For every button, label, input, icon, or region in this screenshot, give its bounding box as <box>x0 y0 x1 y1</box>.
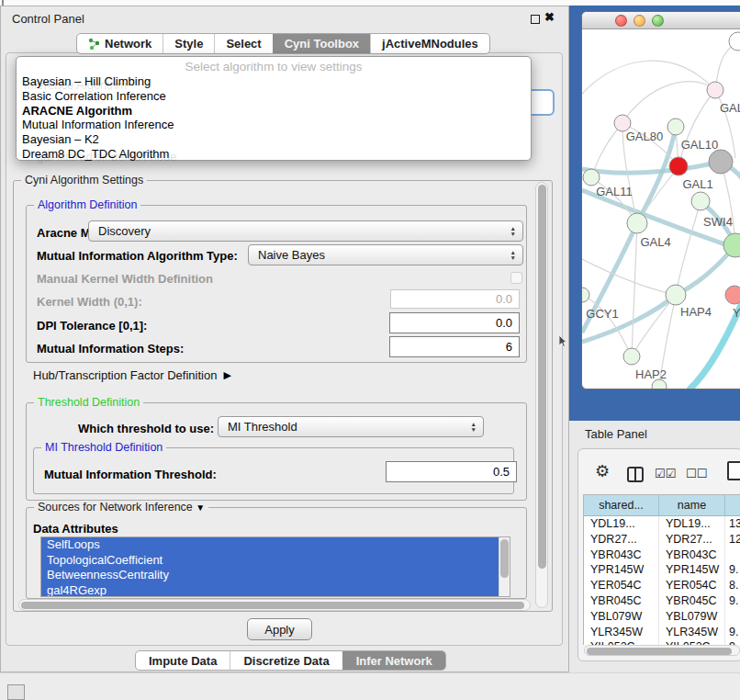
kernel-width-field[interactable]: 0.0 <box>390 289 520 309</box>
network-view-window[interactable]: GALGAL80GAL10GAL1GAL11SWI4GAL4GCY1HAP4YH… <box>581 11 740 390</box>
table-row[interactable]: YBL079WYBL079W <box>584 609 740 625</box>
mouse-cursor <box>559 335 568 348</box>
settings-vertical-scrollbar[interactable] <box>535 182 548 608</box>
mi-steps-label: Mutual Information Steps: <box>37 342 184 356</box>
close-icon[interactable]: ✖ <box>544 10 555 24</box>
node-label-gal11: GAL11 <box>596 185 633 198</box>
node-gal4[interactable] <box>627 213 647 233</box>
dpi-tolerance-field[interactable]: 0.0 <box>389 312 520 333</box>
network-window-titlebar[interactable] <box>582 12 740 29</box>
settings-horizontal-scrollbar[interactable] <box>18 599 531 611</box>
table-row[interactable]: YPR145WYPR145W9. <box>584 562 740 578</box>
table-cell: YLR345W <box>659 625 725 640</box>
new-table-icon[interactable] <box>727 461 740 480</box>
tab-impute-data[interactable]: Impute Data <box>136 651 230 670</box>
mi-type-label: Mutual Information Algorithm Type: <box>37 249 238 263</box>
attribute-list-scrollbar[interactable] <box>499 537 510 596</box>
table-cell: YLR345W <box>584 625 659 640</box>
top-tab-bar: NetworkStyleSelectCyni ToolboxjActiveMNo… <box>76 33 490 54</box>
table-cell: YBR045C <box>584 593 659 609</box>
column-header-3[interactable] <box>725 495 740 516</box>
table-panel-title: Table Panel <box>585 427 647 441</box>
node-table: shared...name YDL19...YDL19...13YDR27...… <box>583 494 740 645</box>
node-gal[interactable] <box>707 82 723 98</box>
node-y[interactable] <box>725 286 740 304</box>
table-row[interactable]: YBR045CYBR045C9. <box>584 593 740 609</box>
network-edge[interactable] <box>582 162 721 173</box>
float-window-icon[interactable] <box>531 15 540 24</box>
which-threshold-select[interactable]: MI Threshold ▲▼ <box>218 416 484 437</box>
table-row[interactable]: YDR27...YDR27...12 <box>584 532 740 548</box>
node-gcy1[interactable] <box>582 288 589 302</box>
mi-type-select[interactable]: Naive Bayes ▲▼ <box>248 244 523 265</box>
mi-threshold-group-title: MI Threshold Definition <box>41 441 166 454</box>
algorithm-option-aracne-algorithm[interactable]: ARACNE Algorithm <box>17 104 531 119</box>
tab-infer-network[interactable]: Infer Network <box>342 651 445 670</box>
mi-steps-field[interactable]: 6 <box>389 336 520 357</box>
network-edge[interactable] <box>582 61 715 94</box>
table-cell: YDL19... <box>584 516 659 532</box>
table-row[interactable]: YER054CYER054C8. <box>584 578 740 593</box>
attribute-selfloops[interactable]: SelfLoops <box>41 537 499 553</box>
split-columns-icon[interactable] <box>627 467 644 482</box>
column-header-shared[interactable]: shared... <box>584 495 659 516</box>
which-threshold-label: Which threshold to use: <box>78 422 214 435</box>
attribute-betweennesscentrality[interactable]: BetweennessCentrality <box>41 568 499 583</box>
aracne-mode-select[interactable]: Discovery ▲▼ <box>88 220 523 242</box>
table-cell <box>725 548 740 563</box>
sources-group-title[interactable]: Sources for Network Inference ▼ <box>34 501 208 514</box>
column-header-name[interactable]: name <box>659 495 725 516</box>
network-edge[interactable] <box>582 259 676 295</box>
node-hap2[interactable] <box>623 348 640 365</box>
table-cell: 8. <box>725 578 740 593</box>
algorithm-option-dream8-dc-tdc-algorithm[interactable]: Dream8 DC_TDC Algorithm <box>17 147 531 162</box>
tab-jactivemnodules[interactable]: jActiveMNodules <box>370 34 489 53</box>
hub-definition-toggle[interactable]: Hub/Transcription Factor Definition ▶ <box>33 368 231 382</box>
minimize-traffic-light-icon[interactable] <box>633 15 645 27</box>
table-cell: YER054C <box>659 578 725 593</box>
node-hap4[interactable] <box>666 285 686 305</box>
zoom-traffic-light-icon[interactable] <box>652 15 664 27</box>
algorithm-option-bayesian-hill-climbing[interactable]: Bayesian – Hill Climbing <box>17 74 531 89</box>
algorithm-option-mutual-information-inference[interactable]: Mutual Information Inference <box>17 118 531 132</box>
node[interactable] <box>691 192 710 210</box>
network-canvas[interactable]: GALGAL80GAL10GAL1GAL11SWI4GAL4GCY1HAP4YH… <box>582 29 740 390</box>
table-row[interactable]: YBR043CYBR043C <box>584 548 740 563</box>
close-traffic-light-icon[interactable] <box>615 15 627 27</box>
attribute-gal4rgexp[interactable]: gal4RGexp <box>41 583 499 598</box>
node-gal1[interactable] <box>669 157 688 175</box>
tab-cyni-toolbox[interactable]: Cyni Toolbox <box>273 34 370 53</box>
settings-gear-icon[interactable]: ⚙ <box>595 463 610 480</box>
table-horizontal-scrollbar[interactable] <box>584 645 740 656</box>
tab-label: Impute Data <box>149 654 217 668</box>
algorithm-option-basic-correlation-inference[interactable]: Basic Correlation Inference <box>17 89 531 104</box>
tab-label: jActiveMNodules <box>382 37 478 51</box>
data-attributes-list: SelfLoopsTopologicalCoefficientBetweenne… <box>41 537 510 597</box>
tab-label: Cyni Toolbox <box>285 37 359 51</box>
table-cell: 13 <box>725 516 740 532</box>
table-cell: YDR27... <box>659 532 725 548</box>
network-edge[interactable] <box>632 223 637 356</box>
tab-network[interactable]: Network <box>77 34 163 53</box>
select-all-checkboxes-icon[interactable]: ☑☑ <box>655 468 676 480</box>
node[interactable] <box>709 150 733 174</box>
attribute-topologicalcoefficient[interactable]: TopologicalCoefficient <box>41 553 499 569</box>
control-panel-title: Control Panel <box>12 12 84 26</box>
tab-style[interactable]: Style <box>163 34 214 53</box>
table-row[interactable]: YDL19...YDL19...13 <box>584 516 740 532</box>
apply-button[interactable]: Apply <box>247 618 312 640</box>
mi-threshold-label: Mutual Information Threshold: <box>44 468 217 481</box>
mini-panel-icon[interactable] <box>7 684 25 700</box>
manual-kernel-checkbox[interactable] <box>510 272 522 284</box>
tab-discretize-data[interactable]: Discretize Data <box>230 651 342 670</box>
deselect-all-checkboxes-icon[interactable]: ☐☐ <box>686 468 707 480</box>
table-row[interactable]: YLR345WYLR345W9. <box>584 625 740 640</box>
node-gal11[interactable] <box>583 169 600 186</box>
node-gal10[interactable] <box>667 119 684 135</box>
mi-threshold-field[interactable]: 0.5 <box>386 461 517 482</box>
network-edge[interactable] <box>622 82 715 123</box>
table-cell: YPR145W <box>659 562 725 578</box>
table-cell: 12 <box>725 532 740 548</box>
algorithm-option-bayesian-k2[interactable]: Bayesian – K2 <box>17 132 531 147</box>
tab-select[interactable]: Select <box>214 34 272 53</box>
